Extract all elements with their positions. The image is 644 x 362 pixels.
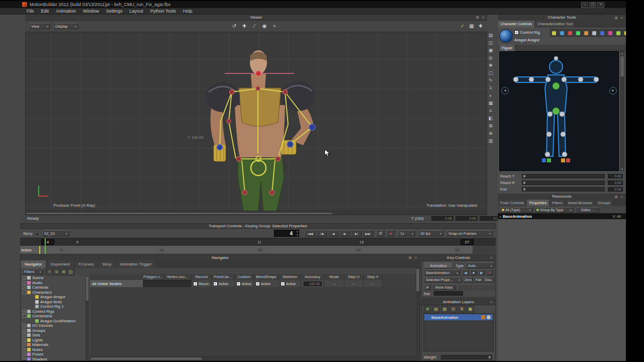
add-icon[interactable]: ⊕ (60, 268, 67, 276)
menu-file[interactable]: File (23, 8, 38, 14)
key-type-dropdown[interactable]: Auto▾ (466, 262, 494, 268)
record-checkbox-cell[interactable]: ✓Recon (192, 280, 212, 287)
tree-item-audio[interactable]: +Audio (21, 281, 85, 286)
navigator-vscrollbar[interactable] (416, 268, 420, 360)
weight-slider[interactable] (441, 355, 492, 359)
goto-start-button[interactable]: |◀◀ (305, 230, 316, 237)
rig-tool-icon[interactable] (566, 29, 574, 37)
grid-toggle-icon[interactable]: ▦ (468, 22, 476, 30)
close-icon[interactable]: × (619, 195, 624, 199)
table-row[interactable]: All Visible Models ✓Recon ✓Active ✓Activ… (90, 280, 416, 287)
scrollbar-handle[interactable] (416, 269, 419, 291)
menu-window[interactable]: Window (79, 8, 103, 14)
control-rig-checkbox[interactable]: ✓ Control Rig (514, 30, 540, 35)
layer-row-baseanimation[interactable]: BaseAnimation (424, 314, 493, 320)
current-frame-marker[interactable] (45, 238, 46, 246)
next-key-button[interactable]: ▶| (351, 230, 362, 237)
pan-tool-icon[interactable]: ✚ (240, 22, 248, 30)
active-character-label[interactable]: Aragor:Aragor (514, 38, 539, 42)
duplicate-layer-icon[interactable]: ⊡ (449, 306, 457, 313)
reach-r-value[interactable]: 0.00 (608, 180, 623, 185)
tree-item-control-rig-1[interactable]: Control Rig 1 (21, 304, 85, 309)
table-hscrollbar[interactable] (90, 356, 416, 360)
reach-t-slider[interactable] (522, 174, 605, 178)
tree-item-shaders[interactable]: +Shaders (21, 357, 85, 361)
layout-tool-icon[interactable]: ▦ (487, 100, 495, 107)
scrollbar-handle[interactable] (620, 56, 624, 76)
prev-key-button[interactable]: |◀ (316, 230, 327, 237)
selected-properties-dropdown[interactable]: Selected Prope...▾ (424, 277, 462, 283)
scrollbar-handle[interactable] (91, 357, 202, 360)
keying-mode-icon[interactable]: ✓ (458, 22, 467, 30)
tab-groups[interactable]: Groups (595, 200, 613, 206)
view-button[interactable]: View▾ (29, 23, 50, 29)
layout-tool-icon[interactable]: ◐ (487, 92, 495, 100)
checkbox-icon[interactable]: ✓ (514, 30, 519, 35)
layout-tool-icon[interactable]: ⊞ (487, 122, 495, 130)
animation-button[interactable]: Animation (424, 262, 453, 268)
key-controls-header[interactable]: Key Controls × (422, 255, 495, 261)
spinner-down-icon[interactable]: ▾ (297, 233, 298, 236)
close-icon[interactable]: × (481, 15, 486, 20)
tab-dopesheet[interactable]: Dopesheet (46, 260, 74, 268)
tree-item-materials[interactable]: +Materials (21, 342, 85, 347)
slider-handle[interactable] (523, 188, 526, 191)
slider-handle[interactable] (523, 181, 526, 185)
step-u-cell[interactable]: — (344, 280, 363, 287)
tab-figure[interactable]: Figure (499, 45, 515, 51)
dock-icon[interactable]: ⊞ (614, 195, 619, 199)
menu-layout[interactable]: Layout (126, 8, 147, 14)
checkbox-icon[interactable]: ✓ (193, 282, 198, 286)
layout-tool-icon[interactable]: λ (487, 84, 495, 92)
rig-tool-icon[interactable] (574, 29, 582, 37)
character-rig-figure[interactable] (500, 52, 618, 170)
swap-keys-button[interactable]: ⇄ (424, 284, 431, 290)
tree-expander[interactable]: + (23, 343, 26, 346)
tree-expander[interactable]: + (23, 324, 26, 327)
column-header[interactable]: PointCac... (212, 274, 235, 280)
character-avatar-icon[interactable] (499, 29, 513, 43)
viewer-hscrollbar[interactable] (25, 212, 487, 215)
rig-tool-icon[interactable] (614, 29, 622, 37)
character-figure-view[interactable]: ◂ ▸ (499, 51, 619, 171)
scrollbar-handle[interactable] (26, 213, 332, 214)
zero-button[interactable]: Zero (463, 277, 473, 283)
editor-button[interactable]: Editor... (575, 207, 599, 213)
pull-value[interactable]: 0.00 (608, 187, 623, 192)
menu-settings[interactable]: Settings (103, 8, 126, 14)
rotate-right-button[interactable]: ▸ (609, 87, 617, 95)
column-header[interactable]: Record (192, 274, 212, 280)
rig-tool-icon[interactable] (558, 29, 566, 37)
close-icon[interactable]: × (413, 255, 418, 260)
tree-item-constraints[interactable]: −Constraints (21, 314, 85, 319)
tree-vscrollbar[interactable] (85, 276, 89, 360)
scale-tool-icon[interactable]: ∕ (250, 22, 258, 30)
tree-expander[interactable]: + (23, 276, 26, 280)
transform-x-field[interactable]: 0.00 (431, 216, 453, 221)
rig-tool-icon[interactable] (598, 29, 606, 37)
timeline-end-field[interactable]: 27 (461, 239, 474, 245)
tree-expander[interactable]: + (23, 286, 26, 289)
slider-handle[interactable] (523, 174, 526, 178)
gizmo-toggle-icon[interactable]: ✚ (477, 22, 485, 30)
reorder-layer-icon[interactable]: ⇅ (458, 306, 466, 313)
tree-expander[interactable]: − (23, 314, 26, 318)
figure-vscrollbar[interactable]: ▲ ▼ (620, 51, 624, 171)
rotate-left-button[interactable]: ◂ (501, 87, 509, 95)
blendshape-checkbox-cell[interactable]: ✓Active (254, 280, 279, 287)
column-header[interactable]: Custom (235, 274, 254, 280)
maximize-button[interactable]: ▢ (589, 2, 596, 8)
tree-item-scene[interactable]: +Scene (21, 276, 85, 281)
tree-item-aragor-gunrelation[interactable]: Aragor:GunRelation (21, 319, 85, 324)
tree-item-characters[interactable]: −Characters (21, 290, 85, 295)
viewer-panel-header[interactable]: Viewer ⊞ × (25, 15, 487, 21)
tree-item-aragor-note[interactable]: Aragor:Note (21, 300, 85, 305)
tab-characterization-tool[interactable]: Characterization Tool (535, 21, 576, 28)
tree-expander[interactable]: + (23, 357, 26, 360)
tree-item-groups[interactable]: +Groups (21, 328, 85, 333)
menu-help[interactable]: Help (179, 8, 196, 14)
split-view-icon[interactable]: ◫ (67, 268, 74, 276)
custom-checkbox-cell[interactable]: ✓Active (235, 280, 254, 287)
reach-r-slider[interactable] (522, 180, 605, 185)
menu-python-tools[interactable]: Python Tools (147, 8, 179, 14)
